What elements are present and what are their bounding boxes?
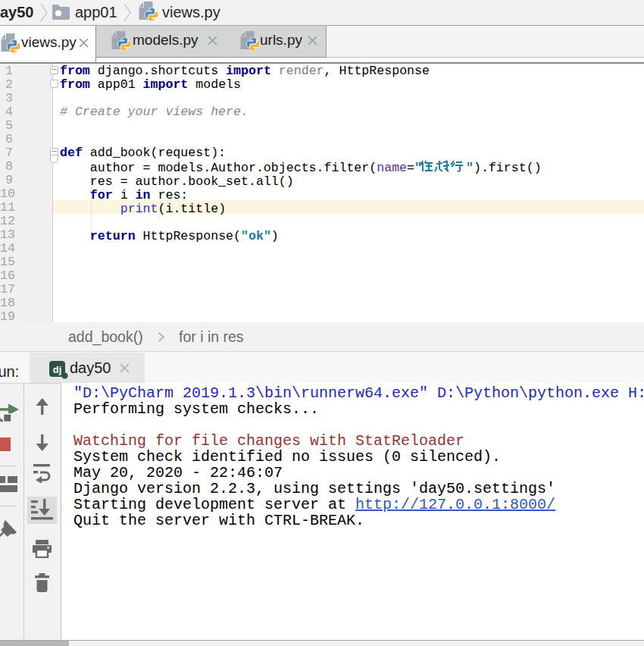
svg-text:dj: dj — [53, 364, 62, 375]
